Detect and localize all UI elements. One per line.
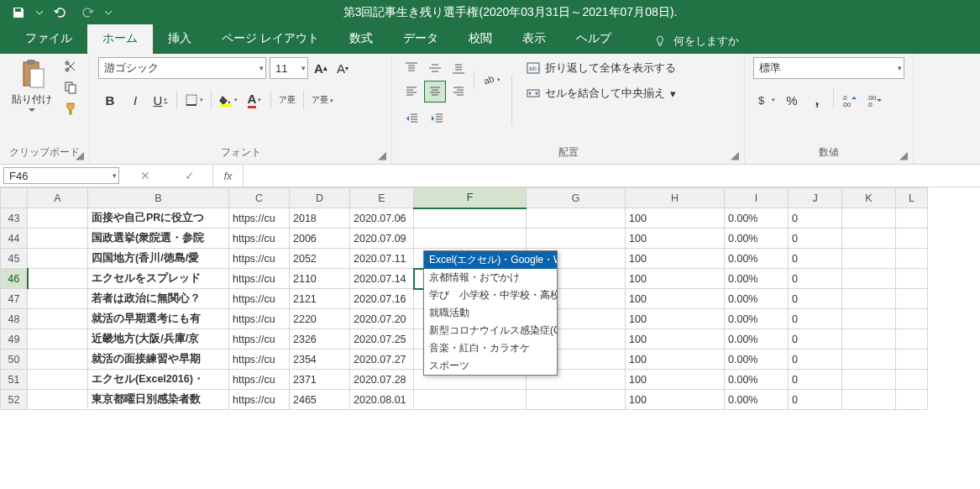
cell[interactable]: 就活の面接練習や早期 [88, 350, 229, 370]
cell[interactable]: 2020.07.25 [350, 329, 414, 350]
cell[interactable] [28, 390, 88, 410]
cell[interactable] [842, 350, 896, 370]
cell[interactable]: 2020.07.28 [350, 370, 414, 390]
row-header[interactable]: 51 [1, 370, 28, 390]
tab-file[interactable]: ファイル [10, 24, 87, 54]
cell[interactable] [896, 269, 928, 289]
format-painter-button[interactable] [60, 99, 81, 118]
tab-formulas[interactable]: 数式 [334, 24, 388, 54]
cell[interactable]: 2020.07.16 [350, 289, 414, 309]
cell[interactable]: 0 [789, 269, 842, 289]
align-right-button[interactable] [448, 81, 469, 103]
cell[interactable] [896, 329, 928, 350]
cell[interactable]: https://cu [229, 329, 290, 350]
undo-button[interactable] [49, 3, 72, 23]
cell[interactable]: 0 [789, 350, 842, 370]
cell[interactable] [28, 309, 88, 329]
cell[interactable] [896, 229, 928, 249]
cell[interactable]: 0 [789, 289, 842, 309]
cell[interactable]: https://cu [229, 390, 290, 410]
cell[interactable] [842, 309, 896, 329]
cell[interactable]: 2371 [290, 370, 350, 390]
row-header[interactable]: 49 [1, 329, 28, 350]
col-header-I[interactable]: I [725, 188, 789, 208]
col-header-H[interactable]: H [626, 188, 725, 208]
cell[interactable] [28, 229, 88, 249]
cell[interactable]: 2006 [290, 229, 350, 249]
cell[interactable] [28, 269, 88, 289]
cell[interactable] [896, 309, 928, 329]
font-dialog-launcher[interactable]: ◢ [376, 149, 388, 160]
cell[interactable]: 0.00% [725, 208, 789, 229]
col-header-F[interactable]: F [414, 188, 527, 208]
cell[interactable] [896, 390, 928, 410]
col-header-K[interactable]: K [842, 188, 896, 208]
align-middle-button[interactable] [424, 57, 446, 79]
cell[interactable]: 2121 [290, 289, 350, 309]
cell[interactable] [842, 229, 896, 249]
cell[interactable]: 0 [789, 249, 842, 269]
wrap-text-button[interactable]: ab c 折り返して全体を表示する [520, 57, 683, 79]
save-button[interactable] [7, 3, 30, 23]
cell[interactable]: 0.00% [725, 309, 789, 329]
row-header[interactable]: 44 [1, 229, 28, 249]
cell[interactable]: 100 [626, 208, 725, 229]
cell[interactable] [896, 350, 928, 370]
cell[interactable] [28, 329, 88, 350]
cell[interactable] [28, 370, 88, 390]
cut-button[interactable] [60, 57, 81, 76]
cell[interactable]: 2020.07.09 [350, 229, 414, 249]
cell[interactable]: 四国地方(香川/徳島/愛 [88, 249, 229, 269]
align-left-button[interactable] [401, 81, 422, 103]
dropdown-option[interactable]: スポーツ [424, 357, 557, 375]
cell[interactable]: 2326 [290, 329, 350, 350]
cell[interactable]: 100 [626, 350, 725, 370]
cell[interactable]: 100 [626, 249, 725, 269]
tab-review[interactable]: 校閲 [453, 24, 507, 54]
fx-icon[interactable]: fx [213, 165, 244, 187]
increase-font-button[interactable]: A▴ [312, 57, 330, 79]
cell[interactable]: 100 [626, 329, 725, 350]
cell[interactable]: エクセルをスプレッド [88, 269, 229, 289]
dropdown-option[interactable]: 就職活動 [424, 304, 557, 322]
cell[interactable]: 若者は政治に無関心？ [88, 289, 229, 309]
cell[interactable]: https://cu [229, 289, 290, 309]
cell[interactable] [896, 208, 928, 229]
cell[interactable]: https://cu [229, 249, 290, 269]
cell[interactable]: 東京都曜日別感染者数 [88, 390, 229, 410]
cell[interactable]: https://cu [229, 350, 290, 370]
col-header-E[interactable]: E [350, 188, 414, 208]
qat-dropdown-icon[interactable] [34, 9, 45, 16]
align-top-button[interactable] [401, 57, 422, 79]
cell[interactable] [842, 370, 896, 390]
formula-input[interactable] [244, 165, 980, 187]
tab-view[interactable]: 表示 [507, 24, 561, 54]
cell[interactable]: https://cu [229, 309, 290, 329]
tab-pagelayout[interactable]: ページ レイアウト [207, 24, 334, 54]
tab-data[interactable]: データ [388, 24, 453, 54]
cell[interactable]: 0.00% [725, 249, 789, 269]
cell[interactable] [414, 390, 527, 410]
cell[interactable] [28, 208, 88, 229]
cell[interactable]: 2052 [290, 249, 350, 269]
cell[interactable]: 0 [789, 229, 842, 249]
row-header[interactable]: 43 [1, 208, 28, 229]
cell[interactable]: 0.00% [725, 350, 789, 370]
dropdown-option[interactable]: Excel(エクセル)・Google・W [424, 251, 557, 269]
row-header[interactable]: 50 [1, 350, 28, 370]
cell[interactable]: 面接や自己PRに役立つ [88, 208, 229, 229]
font-color-button[interactable]: A▾ [243, 89, 266, 111]
paste-button[interactable]: 貼り付け [8, 57, 55, 115]
cell[interactable]: 0 [789, 329, 842, 350]
cell[interactable]: 2018 [290, 208, 350, 229]
italic-button[interactable]: I [123, 89, 147, 111]
col-header-G[interactable]: G [527, 188, 626, 208]
orientation-button[interactable]: ab▾ [479, 69, 504, 91]
number-format-combo[interactable]: 標準▾ [753, 57, 904, 79]
increase-indent-button[interactable] [426, 108, 449, 129]
tab-insert[interactable]: 挿入 [153, 24, 207, 54]
cell[interactable] [842, 390, 896, 410]
cell[interactable]: 2020.08.01 [350, 390, 414, 410]
name-box[interactable]: F46▾ [3, 167, 119, 184]
underline-button[interactable]: U▾ [149, 89, 172, 111]
